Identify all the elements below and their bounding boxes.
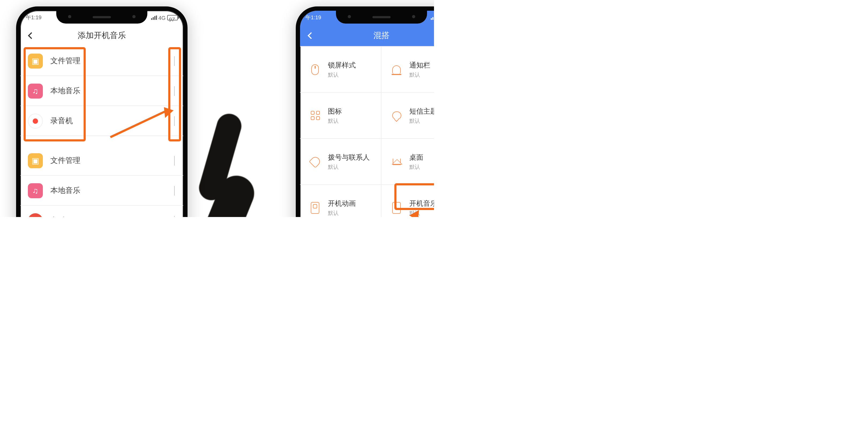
folder-icon: ▣ xyxy=(28,53,43,68)
chevron-left-icon xyxy=(28,32,34,38)
mouse-icon xyxy=(309,63,321,76)
cell-sms-theme[interactable]: 短信主题 默认 xyxy=(381,93,434,139)
status-time: 午1:19 xyxy=(305,14,321,22)
signal-icon xyxy=(431,16,434,20)
signal-icon xyxy=(151,16,157,20)
row-music-app[interactable]: ♪ 音乐 xyxy=(20,206,183,217)
folder-icon: ▣ xyxy=(28,153,43,168)
cell-launcher[interactable]: 桌面 默认 xyxy=(381,139,434,185)
phone-mix-themes: 午1:19 4G 97 混搭 锁屏样式 默认 通知栏 xyxy=(296,6,434,217)
chevron-right-icon xyxy=(174,86,175,96)
chevron-right-icon xyxy=(174,56,175,66)
chevron-right-icon xyxy=(174,186,175,195)
back-button[interactable] xyxy=(300,25,321,46)
back-button[interactable] xyxy=(20,25,42,46)
music-app-icon: ♪ xyxy=(28,213,43,217)
title-bar: 添加开机音乐 xyxy=(20,25,183,46)
home-icon xyxy=(390,155,403,168)
title-bar: 混搭 xyxy=(300,25,434,46)
record-icon xyxy=(28,113,43,128)
card-icon xyxy=(309,201,321,214)
phone-icon xyxy=(309,155,321,168)
music-icon: ♫ xyxy=(28,83,43,98)
battery-icon: 97 xyxy=(167,15,178,20)
row-local-music-2[interactable]: ♫ 本地音乐 xyxy=(20,176,183,206)
row-file-manager[interactable]: ▣ 文件管理 xyxy=(20,46,183,76)
row-local-music[interactable]: ♫ 本地音乐 xyxy=(20,76,183,106)
status-time: 午1:19 xyxy=(26,14,41,22)
cell-notification[interactable]: 通知栏 默认 xyxy=(381,46,434,93)
row-recorder[interactable]: 录音机 xyxy=(20,106,183,136)
note-icon xyxy=(390,201,403,214)
page-title: 混搭 xyxy=(373,30,390,40)
music-icon: ♫ xyxy=(28,183,43,198)
chevron-right-icon xyxy=(174,116,175,126)
status-net: 4G xyxy=(158,15,165,21)
cell-boot-music[interactable]: 开机音乐 默认 xyxy=(381,185,434,217)
chevron-right-icon xyxy=(174,216,175,217)
cell-lockscreen[interactable]: 锁屏样式 默认 xyxy=(300,46,381,93)
chevron-left-icon xyxy=(307,32,314,38)
chat-icon xyxy=(390,109,403,122)
bell-icon xyxy=(390,63,403,76)
page-title: 添加开机音乐 xyxy=(78,30,126,40)
cell-boot-animation[interactable]: 开机动画 默认 xyxy=(300,185,381,217)
chevron-right-icon xyxy=(174,156,175,165)
cell-dialer[interactable]: 拨号与联系人 默认 xyxy=(300,139,381,185)
grid-icon xyxy=(309,109,321,122)
phone-add-music: 午1:19 4G 97 添加开机音乐 ▣ 文件管理 ♫ 本地音乐 xyxy=(16,6,188,217)
row-file-manager-2[interactable]: ▣ 文件管理 xyxy=(20,146,183,176)
cell-icons[interactable]: 图标 默认 xyxy=(300,93,381,139)
